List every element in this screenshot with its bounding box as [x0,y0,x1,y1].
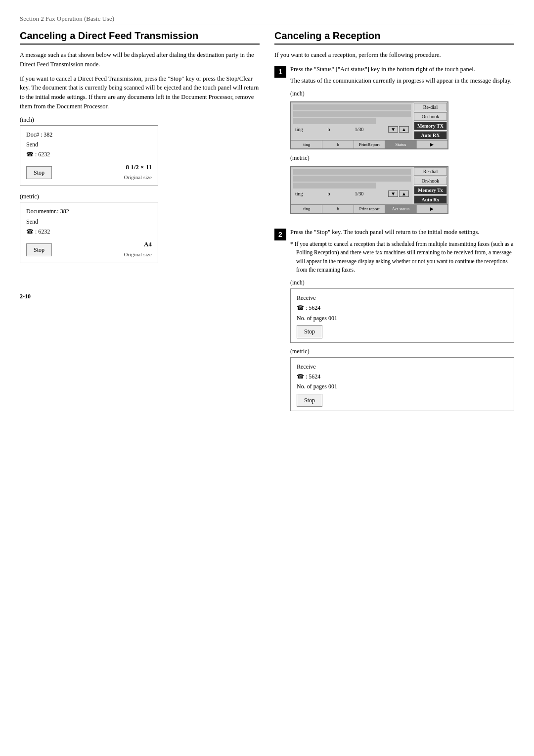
panel-middle-metric: ting b 1/30 ▼ ▲ [293,189,411,198]
metric-doc-num: Documentnr.: 382 [26,206,152,216]
section-header: Section 2 Fax Operation (Basic Use) [20,15,514,25]
step1-metric-panel-container: ting b 1/30 ▼ ▲ Re-dial [290,166,514,214]
bottom-tab-printreport-m[interactable]: Print report [354,205,385,213]
step2-metric-phone: ☎ : 5624 [297,372,508,381]
panel-arrows: ▼ ▲ [388,126,409,133]
auto-rx-btn-inch[interactable]: Auto RX [414,131,447,140]
panel-row-1 [293,104,411,110]
step2-inch-pages: No. of pages 001 [297,313,508,323]
metric-fax-box: Documentnr.: 382 Send ☎ : 6232 Stop A4 O… [20,202,158,263]
inch-label-left: (inch) [20,116,260,124]
right-intro: If you want to cancel a reception, perfo… [274,50,514,60]
step2-text1: Press the "Stop" key. The touch panel wi… [290,228,514,237]
on-hook-btn-metric[interactable]: On-hook [414,177,447,185]
step2-metric-stop-button[interactable]: Stop [297,394,322,407]
step1-metric-bottom-tabs: ting b Print report Act status ▶ [291,204,447,213]
panel-b-label-m: b [328,191,330,196]
step2-inch-receive-box: Receive ☎ : 5624 No. of pages 001 Stop [290,288,514,343]
inch-original-size: Original size [124,173,152,182]
inch-action: Send [26,140,152,149]
left-heading: Canceling a Direct Feed Transmission [20,30,260,45]
panel-row-2 [293,111,411,117]
arrow-up[interactable]: ▲ [399,126,409,133]
right-heading: Canceling a Reception [274,30,514,45]
memory-tx-btn-inch[interactable]: Memory TX [414,122,447,130]
step1-metric-sidebar: Re-dial On-hook Memory Tx Auto Rx [413,167,447,204]
page-number: 2-10 [20,263,260,300]
step2-number: 2 [274,229,286,240]
section-title: Section 2 Fax Operation (Basic Use) [20,15,114,22]
right-column: Canceling a Reception If you want to can… [274,30,514,418]
step1-content: Press the "Status" ["Act status"] key in… [290,65,514,218]
auto-rx-btn-metric[interactable]: Auto Rx [414,195,447,204]
step1-inch-panel: ting b 1/30 ▼ ▲ Re-dial [290,101,448,149]
re-dial-btn-inch[interactable]: Re-dial [414,103,447,111]
bottom-tab-ting-m[interactable]: ting [291,205,322,213]
bottom-tab-b-m[interactable]: b [322,205,354,213]
step1-inch-main-display: ting b 1/30 ▼ ▲ [291,102,413,140]
step1-row: 1 Press the "Status" ["Act status"] key … [274,65,514,218]
bottom-tab-b[interactable]: b [322,141,354,148]
step2-metric-label: (metric) [290,348,514,355]
metric-stop-button[interactable]: Stop [26,243,52,256]
step2-inch-phone: ☎ : 5624 [297,303,508,313]
step2-inch-receive: Receive [297,293,508,303]
step1-inch-panel-container: ting b 1/30 ▼ ▲ Re-dial [290,101,514,149]
panel-b-label: b [328,127,330,132]
metric-phone: ☎ : 6232 [26,227,152,236]
panel-middle: ting b 1/30 ▼ ▲ [293,125,411,134]
step1-text2: The status of the communication currentl… [290,76,514,86]
metric-original-size: Original size [124,250,152,259]
step1-number: 1 [274,66,286,78]
panel-ting-label-m: ting [295,191,303,196]
bottom-tab-printreport[interactable]: PrintReport [354,141,385,148]
step1-inch-bottom-tabs: ting b PrintReport Status ▶ [291,140,447,148]
metric-label-left: (metric) [20,193,260,200]
panel-counter-m: 1/30 [355,191,363,196]
step2-row: 2 Press the "Stop" key. The touch panel … [274,228,514,413]
step2-inch-stop-button[interactable]: Stop [297,325,322,338]
metric-action: Send [26,217,152,227]
step1-metric-panel: ting b 1/30 ▼ ▲ Re-dial [290,166,448,214]
arrow-down[interactable]: ▼ [388,126,398,133]
bottom-tab-actstatus[interactable]: Act status [385,205,416,213]
step2-content: Press the "Stop" key. The touch panel wi… [290,228,514,413]
panel-row-3 [293,118,376,124]
panel-row-m2 [293,176,411,182]
step1-text1: Press the "Status" ["Act status"] key in… [290,65,514,74]
step1-metric-main-display: ting b 1/30 ▼ ▲ [291,167,413,204]
step2-metric-pages: No. of pages 001 [297,381,508,391]
panel-row-m1 [293,169,411,175]
re-dial-btn-metric[interactable]: Re-dial [414,167,447,176]
on-hook-btn-inch[interactable]: On-hook [414,112,447,121]
panel-row-m3 [293,183,376,189]
left-column: Canceling a Direct Feed Transmission A m… [20,30,260,418]
bottom-tab-ting[interactable]: ting [291,141,322,148]
step1-metric-label: (metric) [290,154,514,162]
bottom-tab-arrow-inch[interactable]: ▶ [417,141,447,148]
bottom-tab-arrow-m[interactable]: ▶ [417,205,447,213]
inch-phone: ☎ : 6232 [26,149,152,159]
step2-metric-receive: Receive [297,362,508,372]
arrow-up-m[interactable]: ▲ [399,190,409,197]
panel-ting-label: ting [295,127,303,132]
inch-stop-button[interactable]: Stop [26,166,52,179]
inch-doc-num: Doc# : 382 [26,130,152,140]
left-desc-p2: If you want to cancel a Direct Feed Tran… [20,74,260,111]
bottom-tab-status[interactable]: Status [385,141,416,148]
step2-metric-receive-box: Receive ☎ : 5624 No. of pages 001 Stop [290,357,514,412]
step2-inch-label: (inch) [290,279,514,286]
panel-arrows-m: ▼ ▲ [388,190,409,197]
left-desc-p1: A message such as that shown below will … [20,50,260,69]
step1-inch-sidebar: Re-dial On-hook Memory TX Auto RX [413,102,447,140]
step1-inch-label: (inch) [290,90,514,97]
arrow-down-m[interactable]: ▼ [388,190,398,197]
step2-note: * If you attempt to cancel a reception t… [290,240,514,274]
panel-counter: 1/30 [355,127,363,132]
inch-fax-box: Doc# : 382 Send ☎ : 6232 Stop 8 1/2 × 11… [20,125,158,187]
metric-size: A4 [124,239,152,250]
memory-tx-btn-metric[interactable]: Memory Tx [414,186,447,194]
inch-size: 8 1/2 × 11 [124,162,152,173]
